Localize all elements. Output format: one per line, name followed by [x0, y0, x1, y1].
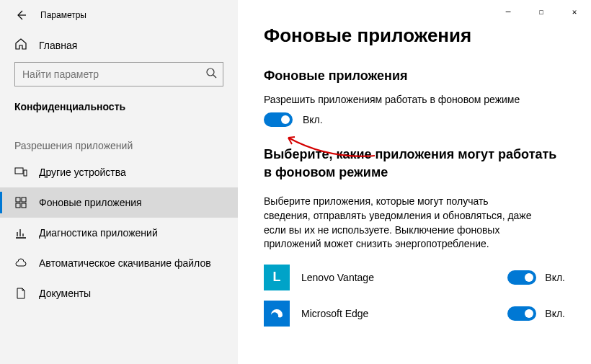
svg-rect-6	[22, 203, 26, 208]
svg-point-0	[207, 68, 214, 76]
svg-rect-2	[24, 170, 27, 176]
choose-apps-heading: Выберите, какие приложения могут работат…	[264, 146, 565, 182]
nav-other-devices[interactable]: Другие устройства	[0, 157, 238, 187]
section-heading: Фоновые приложения	[264, 68, 565, 84]
app-icon-edge	[264, 301, 290, 327]
nav-item-label: Автоматическое скачивание файлов	[39, 257, 211, 269]
section-title: Конфиденциальность	[0, 95, 238, 123]
home-icon	[14, 37, 27, 53]
svg-rect-1	[15, 168, 23, 174]
nav-documents[interactable]: Документы	[0, 278, 238, 308]
devices-icon	[14, 166, 27, 179]
toggle-knob	[525, 273, 533, 282]
main-content: Фоновые приложения Фоновые приложения Ра…	[238, 0, 591, 364]
toggle-knob	[525, 309, 533, 318]
toggle-knob	[281, 115, 290, 124]
window-title: Параметры	[40, 10, 86, 20]
cloud-icon	[14, 257, 27, 270]
maximize-button[interactable]: ☐	[525, 0, 558, 23]
nav-item-label: Диагностика приложений	[39, 227, 158, 239]
app-icon-lenovo: L	[264, 265, 290, 290]
app-name: Microsoft Edge	[301, 308, 496, 319]
master-toggle[interactable]	[264, 112, 293, 127]
window-controls: ─ ☐ ✕	[492, 0, 591, 23]
master-toggle-desc: Разрешить приложениям работать в фоновом…	[264, 94, 565, 105]
app-row: Microsoft Edge Вкл.	[264, 301, 565, 327]
nav-item-label: Документы	[39, 288, 91, 299]
search-icon	[205, 67, 217, 81]
nav-home-label: Главная	[39, 40, 77, 51]
svg-rect-4	[22, 197, 26, 202]
app-row: L Lenovo Vantage Вкл.	[264, 265, 565, 290]
svg-rect-3	[16, 197, 20, 202]
svg-rect-5	[16, 203, 20, 208]
page-title: Фоновые приложения	[264, 25, 565, 47]
grid-icon	[14, 196, 27, 209]
document-icon	[14, 287, 27, 300]
back-button[interactable]	[14, 9, 27, 22]
chart-icon	[14, 226, 27, 239]
sidebar: Параметры Главная Конфиденциальность Раз…	[0, 0, 238, 364]
nav-item-label: Другие устройства	[39, 167, 126, 178]
nav-diagnostics[interactable]: Диагностика приложений	[0, 218, 238, 248]
nav-auto-download[interactable]: Автоматическое скачивание файлов	[0, 248, 238, 278]
master-toggle-label: Вкл.	[303, 114, 323, 125]
nav-background-apps[interactable]: Фоновые приложения	[0, 187, 238, 218]
nav-item-label: Фоновые приложения	[39, 197, 142, 208]
minimize-button[interactable]: ─	[492, 0, 525, 23]
close-button[interactable]: ✕	[558, 0, 591, 23]
app-toggle-label: Вкл.	[545, 308, 565, 319]
search-box[interactable]	[14, 62, 223, 86]
app-toggle-label: Вкл.	[545, 272, 565, 283]
choose-apps-desc: Выберите приложения, которые могут получ…	[264, 195, 538, 251]
app-toggle[interactable]	[507, 270, 536, 285]
nav-home[interactable]: Главная	[0, 27, 238, 62]
search-input[interactable]	[22, 68, 205, 80]
titlebar: Параметры	[0, 0, 238, 27]
group-title: Разрешения приложений	[0, 123, 238, 157]
arrow-left-icon	[15, 9, 27, 21]
app-toggle[interactable]	[507, 306, 536, 321]
app-name: Lenovo Vantage	[301, 272, 496, 283]
